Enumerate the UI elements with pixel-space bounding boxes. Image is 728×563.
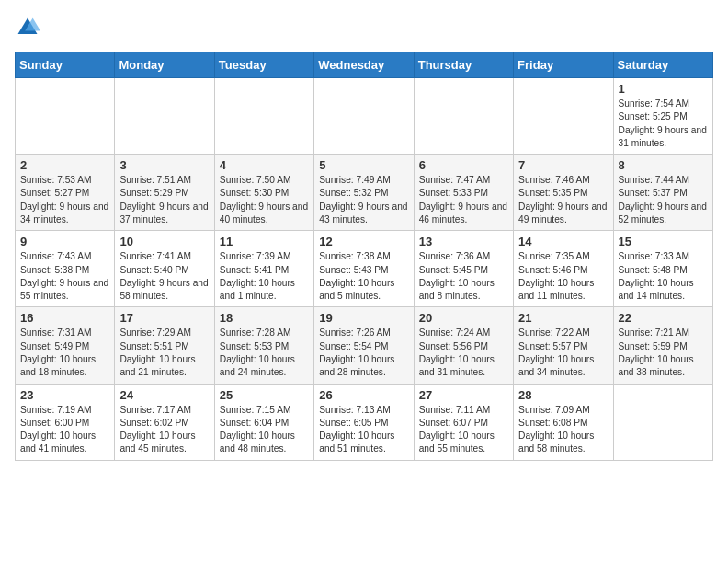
calendar-cell: 24Sunrise: 7:17 AM Sunset: 6:02 PM Dayli…: [115, 384, 214, 460]
day-info: Sunrise: 7:22 AM Sunset: 5:57 PM Dayligh…: [518, 327, 608, 379]
day-number: 5: [319, 158, 408, 172]
day-info: Sunrise: 7:17 AM Sunset: 6:02 PM Dayligh…: [119, 404, 209, 456]
calendar-cell: 17Sunrise: 7:29 AM Sunset: 5:51 PM Dayli…: [115, 307, 214, 384]
calendar-cell: 6Sunrise: 7:47 AM Sunset: 5:33 PM Daylig…: [414, 155, 513, 231]
day-info: Sunrise: 7:19 AM Sunset: 6:00 PM Dayligh…: [20, 404, 109, 456]
calendar-week-row: 9Sunrise: 7:43 AM Sunset: 5:38 PM Daylig…: [16, 231, 713, 307]
day-number: 26: [319, 388, 408, 402]
day-header-monday: Monday: [115, 52, 214, 78]
calendar-cell: 14Sunrise: 7:35 AM Sunset: 5:46 PM Dayli…: [514, 231, 613, 307]
day-number: 7: [518, 158, 608, 172]
page-header: [15, 15, 713, 40]
day-info: Sunrise: 7:39 AM Sunset: 5:41 PM Dayligh…: [220, 250, 309, 303]
day-number: 10: [119, 235, 209, 248]
calendar-cell: 22Sunrise: 7:21 AM Sunset: 5:59 PM Dayli…: [613, 307, 712, 384]
calendar-cell: 23Sunrise: 7:19 AM Sunset: 6:00 PM Dayli…: [16, 384, 115, 460]
calendar-cell: [613, 384, 712, 460]
day-info: Sunrise: 7:47 AM Sunset: 5:33 PM Dayligh…: [419, 174, 508, 226]
calendar-cell: 20Sunrise: 7:24 AM Sunset: 5:56 PM Dayli…: [414, 307, 513, 384]
day-number: 18: [220, 311, 309, 325]
day-number: 25: [220, 388, 309, 402]
day-info: Sunrise: 7:53 AM Sunset: 5:27 PM Dayligh…: [20, 174, 109, 226]
calendar-header-row: SundayMondayTuesdayWednesdayThursdayFrid…: [16, 52, 713, 78]
day-header-wednesday: Wednesday: [314, 52, 414, 78]
calendar-cell: 15Sunrise: 7:33 AM Sunset: 5:48 PM Dayli…: [613, 231, 712, 307]
day-number: 27: [419, 388, 508, 402]
calendar-cell: 3Sunrise: 7:51 AM Sunset: 5:29 PM Daylig…: [115, 155, 214, 231]
calendar-cell: 7Sunrise: 7:46 AM Sunset: 5:35 PM Daylig…: [514, 155, 613, 231]
calendar-cell: 10Sunrise: 7:41 AM Sunset: 5:40 PM Dayli…: [115, 231, 214, 307]
calendar-week-row: 23Sunrise: 7:19 AM Sunset: 6:00 PM Dayli…: [16, 384, 713, 460]
day-info: Sunrise: 7:11 AM Sunset: 6:07 PM Dayligh…: [419, 404, 508, 456]
calendar-cell: [214, 78, 313, 155]
day-info: Sunrise: 7:33 AM Sunset: 5:48 PM Dayligh…: [619, 250, 708, 303]
day-info: Sunrise: 7:54 AM Sunset: 5:25 PM Dayligh…: [619, 98, 708, 150]
calendar-cell: 28Sunrise: 7:09 AM Sunset: 6:08 PM Dayli…: [514, 384, 613, 460]
day-info: Sunrise: 7:09 AM Sunset: 6:08 PM Dayligh…: [518, 404, 608, 456]
calendar-cell: 16Sunrise: 7:31 AM Sunset: 5:49 PM Dayli…: [16, 307, 115, 384]
day-info: Sunrise: 7:29 AM Sunset: 5:51 PM Dayligh…: [119, 327, 209, 379]
day-info: Sunrise: 7:28 AM Sunset: 5:53 PM Dayligh…: [220, 327, 309, 379]
day-info: Sunrise: 7:49 AM Sunset: 5:32 PM Dayligh…: [319, 174, 408, 226]
calendar-cell: [115, 78, 214, 155]
day-number: 8: [619, 158, 708, 172]
calendar-cell: 26Sunrise: 7:13 AM Sunset: 6:05 PM Dayli…: [314, 384, 414, 460]
calendar-week-row: 1Sunrise: 7:54 AM Sunset: 5:25 PM Daylig…: [16, 78, 713, 155]
day-number: 17: [119, 311, 209, 325]
day-info: Sunrise: 7:46 AM Sunset: 5:35 PM Dayligh…: [518, 174, 608, 226]
logo: [15, 15, 44, 40]
day-number: 16: [20, 311, 109, 325]
day-number: 3: [119, 158, 209, 172]
calendar-week-row: 16Sunrise: 7:31 AM Sunset: 5:49 PM Dayli…: [16, 307, 713, 384]
calendar-cell: 4Sunrise: 7:50 AM Sunset: 5:30 PM Daylig…: [214, 155, 313, 231]
day-header-sunday: Sunday: [16, 52, 115, 78]
day-number: 28: [518, 388, 608, 402]
day-number: 11: [220, 235, 309, 248]
day-info: Sunrise: 7:50 AM Sunset: 5:30 PM Dayligh…: [220, 174, 309, 226]
day-header-saturday: Saturday: [613, 52, 712, 78]
day-info: Sunrise: 7:35 AM Sunset: 5:46 PM Dayligh…: [518, 250, 608, 303]
day-info: Sunrise: 7:24 AM Sunset: 5:56 PM Dayligh…: [419, 327, 508, 379]
calendar-cell: [16, 78, 115, 155]
day-info: Sunrise: 7:38 AM Sunset: 5:43 PM Dayligh…: [319, 250, 408, 303]
calendar-cell: 27Sunrise: 7:11 AM Sunset: 6:07 PM Dayli…: [414, 384, 513, 460]
logo-icon: [15, 15, 40, 40]
day-number: 6: [419, 158, 508, 172]
day-header-thursday: Thursday: [414, 52, 513, 78]
calendar-cell: 19Sunrise: 7:26 AM Sunset: 5:54 PM Dayli…: [314, 307, 414, 384]
day-number: 13: [419, 235, 508, 248]
calendar-cell: 18Sunrise: 7:28 AM Sunset: 5:53 PM Dayli…: [214, 307, 313, 384]
day-number: 20: [419, 311, 508, 325]
day-info: Sunrise: 7:51 AM Sunset: 5:29 PM Dayligh…: [119, 174, 209, 226]
calendar-cell: 21Sunrise: 7:22 AM Sunset: 5:57 PM Dayli…: [514, 307, 613, 384]
day-number: 9: [20, 235, 109, 248]
calendar-cell: 12Sunrise: 7:38 AM Sunset: 5:43 PM Dayli…: [314, 231, 414, 307]
day-info: Sunrise: 7:21 AM Sunset: 5:59 PM Dayligh…: [619, 327, 708, 379]
day-info: Sunrise: 7:15 AM Sunset: 6:04 PM Dayligh…: [220, 404, 309, 456]
day-info: Sunrise: 7:43 AM Sunset: 5:38 PM Dayligh…: [20, 250, 109, 303]
day-number: 12: [319, 235, 408, 248]
calendar-table: SundayMondayTuesdayWednesdayThursdayFrid…: [15, 52, 713, 461]
calendar-cell: 5Sunrise: 7:49 AM Sunset: 5:32 PM Daylig…: [314, 155, 414, 231]
day-info: Sunrise: 7:13 AM Sunset: 6:05 PM Dayligh…: [319, 404, 408, 456]
day-number: 22: [619, 311, 708, 325]
day-header-tuesday: Tuesday: [214, 52, 313, 78]
calendar-cell: 8Sunrise: 7:44 AM Sunset: 5:37 PM Daylig…: [613, 155, 712, 231]
calendar-cell: 13Sunrise: 7:36 AM Sunset: 5:45 PM Dayli…: [414, 231, 513, 307]
day-header-friday: Friday: [514, 52, 613, 78]
calendar-cell: [514, 78, 613, 155]
day-number: 1: [619, 82, 708, 96]
day-info: Sunrise: 7:26 AM Sunset: 5:54 PM Dayligh…: [319, 327, 408, 379]
day-number: 23: [20, 388, 109, 402]
day-info: Sunrise: 7:36 AM Sunset: 5:45 PM Dayligh…: [419, 250, 508, 303]
calendar-cell: 9Sunrise: 7:43 AM Sunset: 5:38 PM Daylig…: [16, 231, 115, 307]
day-info: Sunrise: 7:31 AM Sunset: 5:49 PM Dayligh…: [20, 327, 109, 379]
day-number: 15: [619, 235, 708, 248]
day-number: 2: [20, 158, 109, 172]
calendar-cell: [314, 78, 414, 155]
day-number: 14: [518, 235, 608, 248]
day-number: 24: [119, 388, 209, 402]
calendar-cell: 11Sunrise: 7:39 AM Sunset: 5:41 PM Dayli…: [214, 231, 313, 307]
day-number: 19: [319, 311, 408, 325]
day-number: 4: [220, 158, 309, 172]
